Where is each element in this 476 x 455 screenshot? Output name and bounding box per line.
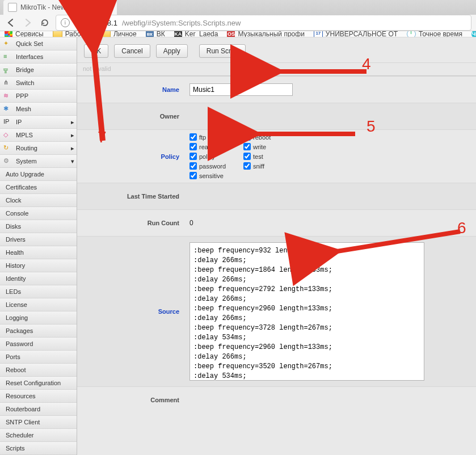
sidebar-item-password[interactable]: Password xyxy=(0,338,77,351)
sidebar-item-ip[interactable]: IPIP xyxy=(0,116,77,129)
apps-icon xyxy=(5,31,12,37)
checkbox-label: read xyxy=(199,144,212,150)
name-input[interactable] xyxy=(189,83,293,96)
forward-button xyxy=(22,16,34,29)
checkbox-read[interactable] xyxy=(189,143,197,150)
sidebar-item-drivers[interactable]: Drivers xyxy=(0,233,77,246)
apply-button[interactable]: Apply xyxy=(156,44,188,58)
sidebar-item-clock[interactable]: Clock xyxy=(0,194,77,207)
sidebar-item-resources[interactable]: Resources xyxy=(0,390,77,403)
sidebar-item-mesh[interactable]: ✱Mesh xyxy=(0,103,77,116)
sidebar-item-logging[interactable]: Logging xyxy=(0,311,77,325)
sidebar-item-scripts[interactable]: Scripts xyxy=(0,442,77,455)
sidebar-item-label: Certificates xyxy=(6,184,37,191)
sidebar-item-bridge[interactable]: ╦Bridge xyxy=(0,64,77,77)
annotation-number-6: 6 xyxy=(457,220,466,236)
bookmark-vk[interactable]: вкВК xyxy=(146,31,165,37)
sidebar-item-certificates[interactable]: Certificates xyxy=(0,181,77,194)
cancel-button[interactable]: Cancel xyxy=(114,44,150,58)
sidebar-item-routerboard[interactable]: Routerboard xyxy=(0,403,77,416)
checkbox-label: password xyxy=(199,163,226,170)
bookmark-ka[interactable]: KAKer_Laeda xyxy=(174,31,218,37)
sidebar-item-sntp-client[interactable]: SNTP Client xyxy=(0,416,77,429)
reload-button[interactable] xyxy=(39,16,51,29)
last-time-value xyxy=(189,187,470,206)
name-label[interactable]: Name xyxy=(77,86,189,93)
sidebar-item-quick-set[interactable]: ✦Quick Set xyxy=(0,37,77,50)
checkbox-reboot[interactable] xyxy=(243,133,251,141)
n17-icon: 17 xyxy=(314,31,323,37)
policy-write[interactable]: write xyxy=(243,143,297,150)
policy-label[interactable]: Policy xyxy=(77,153,189,160)
browser-tab[interactable]: MikroTik - New Script at × xyxy=(3,0,117,15)
sidebar-item-label: Bridge xyxy=(16,66,34,73)
sidebar-item-identity[interactable]: Identity xyxy=(0,272,77,285)
bookmark-apps[interactable]: Сервисы xyxy=(5,31,44,37)
sidebar-item-label: Resources xyxy=(6,393,36,399)
url-field[interactable]: i 192.168.88.1 /webfig/#System:Scripts.S… xyxy=(56,15,471,31)
sidebar-item-switch[interactable]: ⋔Switch xyxy=(0,77,77,90)
sidebar-item-mpls[interactable]: ◇MPLS xyxy=(0,129,77,142)
policy-ftp[interactable]: ftp xyxy=(189,133,243,141)
sidebar-item-disks[interactable]: Disks xyxy=(0,220,77,233)
checkbox-label: reboot xyxy=(253,134,271,141)
checkbox-sniff[interactable] xyxy=(243,162,251,170)
checkbox-ftp[interactable] xyxy=(189,133,197,141)
bookmark-folder-personal[interactable]: Личное xyxy=(101,31,137,37)
sidebar-item-auto-upgrade[interactable]: Auto Upgrade xyxy=(0,168,77,181)
source-label[interactable]: Source xyxy=(77,308,189,315)
tab-close-icon[interactable]: × xyxy=(96,3,100,11)
sidebar-item-ppp[interactable]: ≋PPP xyxy=(0,90,77,103)
sidebar-item-license[interactable]: License xyxy=(0,298,77,311)
sidebar-item-label: Reset Configuration xyxy=(6,380,61,386)
ok-button[interactable]: OK xyxy=(84,44,108,58)
sidebar-item-label: IP xyxy=(16,119,22,125)
checkbox-password[interactable] xyxy=(189,162,197,170)
bookmark-label: Рабочее xyxy=(65,31,92,37)
bookmark-news[interactable]: 17УНИВЕРСАЛЬНОЕ ОТ xyxy=(314,31,398,37)
sidebar-item-leds[interactable]: LEDs xyxy=(0,285,77,298)
sidebar-item-history[interactable]: History xyxy=(0,259,77,272)
policy-sensitive[interactable]: sensitive xyxy=(189,172,243,179)
policy-reboot[interactable]: reboot xyxy=(243,133,297,141)
back-button[interactable] xyxy=(5,16,17,29)
folder-icon xyxy=(101,31,111,37)
bookmark-hour[interactable]: ЧРHour xyxy=(471,31,476,37)
sidebar-item-label: System xyxy=(16,158,37,165)
sidebar-item-console[interactable]: Console xyxy=(0,207,77,220)
policy-sniff[interactable]: sniff xyxy=(243,162,297,170)
main-panel: OK Cancel Apply Run Script not invalid N… xyxy=(77,37,476,455)
source-textarea[interactable] xyxy=(189,242,424,381)
sidebar-item-routing[interactable]: ↻Routing xyxy=(0,142,77,155)
policy-password[interactable]: password xyxy=(189,162,243,170)
mpls-icon: ◇ xyxy=(3,131,12,139)
checkbox-label: policy xyxy=(199,153,215,160)
sidebar-item-system[interactable]: ⚙System xyxy=(0,155,77,168)
checkbox-test[interactable] xyxy=(243,153,251,160)
sidebar-item-packages[interactable]: Packages xyxy=(0,325,77,338)
sidebar-item-reset-configuration[interactable]: Reset Configuration xyxy=(0,377,77,390)
sidebar-item-scheduler[interactable]: Scheduler xyxy=(0,429,77,442)
sys-icon: ⚙ xyxy=(3,157,12,165)
sidebar-item-reboot[interactable]: Reboot xyxy=(0,364,77,377)
checkbox-sensitive[interactable] xyxy=(189,172,197,179)
bookmark-folder-work[interactable]: Рабочее xyxy=(53,31,92,37)
site-info-icon[interactable]: i xyxy=(61,18,70,27)
browser-tab-strip: MikroTik - New Script at × xyxy=(0,0,476,15)
sidebar-item-ports[interactable]: Ports xyxy=(0,351,77,364)
bookmark-music[interactable]: OSМузыкальный профи xyxy=(227,31,304,37)
sidebar-item-interfaces[interactable]: ≡Interfaces xyxy=(0,50,77,64)
status-hint: not invalid xyxy=(77,62,476,75)
sidebar-item-label: Health xyxy=(6,249,24,256)
sidebar-item-health[interactable]: Health xyxy=(0,246,77,259)
checkbox-policy[interactable] xyxy=(189,153,197,160)
policy-read[interactable]: read xyxy=(189,143,243,150)
url-host: 192.168.88.1 xyxy=(74,19,117,27)
policy-test[interactable]: test xyxy=(243,153,297,160)
bookmark-time[interactable]: Точное время xyxy=(407,31,462,37)
sidebar-item-label: Auto Upgrade xyxy=(6,171,44,178)
checkbox-write[interactable] xyxy=(243,143,251,150)
policy-policy[interactable]: policy xyxy=(189,153,243,160)
run-script-button[interactable]: Run Script xyxy=(199,44,246,58)
script-form: Name Owner Policy ftp reboot read write xyxy=(77,75,476,413)
